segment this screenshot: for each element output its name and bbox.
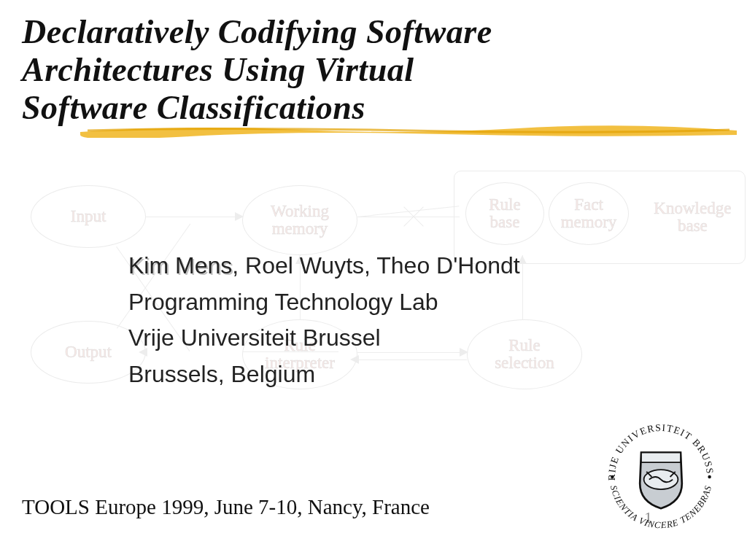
affiliation-city: Brussels, Belgium — [128, 357, 520, 393]
affiliation-univ: Vrije Universiteit Brussel — [128, 320, 520, 357]
slide-title: Declaratively Codifying Software Archite… — [22, 13, 722, 127]
affiliation-lab: Programming Technology Lab — [128, 284, 520, 321]
authors-line-1: Kim Mens Kim Mens , Roel Wuyts, Theo D'H… — [128, 248, 520, 284]
svg-point-3 — [611, 475, 614, 479]
authors-block: Kim Mens Kim Mens , Roel Wuyts, Theo D'H… — [128, 248, 520, 392]
presenter-name: Kim Mens — [128, 252, 232, 279]
node-knowledge-base-label: Knowledge base — [654, 200, 731, 235]
node-input-label: Input — [71, 208, 107, 225]
conference-line: TOOLS Europe 1999, June 7-10, Nancy, Fra… — [22, 495, 430, 519]
shield-icon — [640, 453, 682, 509]
node-working-memory-label: Working memory — [271, 203, 329, 238]
node-rule-base-label: Rule base — [489, 196, 520, 231]
coauthors: , Roel Wuyts, Theo D'Hondt — [232, 252, 519, 279]
presentation-slide: Declaratively Codifying Software Archite… — [0, 0, 747, 560]
node-output-label: Output — [65, 343, 112, 361]
node-working-memory: Working memory — [242, 185, 357, 255]
node-fact-memory: Fact memory — [549, 182, 629, 245]
university-seal: VRIJE UNIVERSITEIT BRUSSEL SCIENTIA VINC… — [595, 411, 727, 542]
node-rule-base: Rule base — [465, 182, 544, 245]
node-fact-memory-label: Fact memory — [561, 196, 617, 231]
node-input: Input — [31, 185, 146, 248]
svg-point-4 — [708, 475, 711, 479]
